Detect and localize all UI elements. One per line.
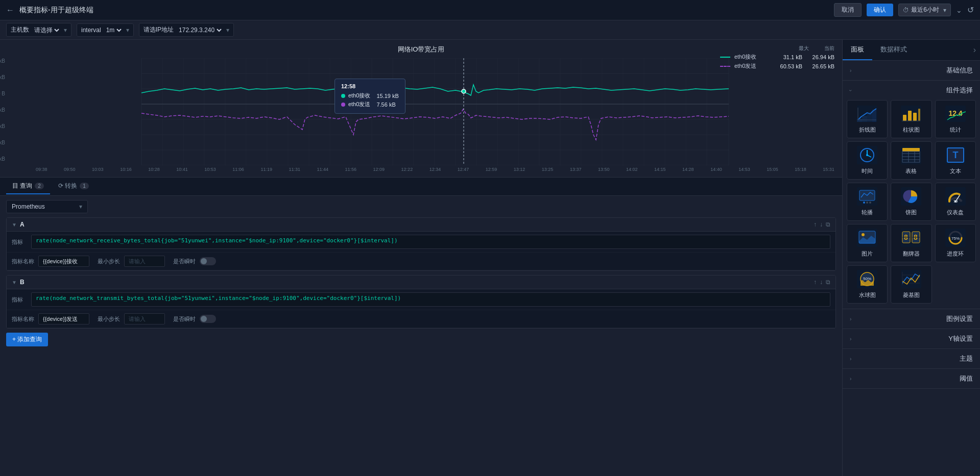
query-b-instant-knob (201, 316, 207, 322)
query-section-b-header[interactable]: ▼ B ↑ ↓ ⧉ (7, 275, 835, 289)
query-a-instant-toggle[interactable] (200, 257, 216, 265)
component-image[interactable]: 图片 (847, 224, 888, 262)
component-flip[interactable]: 8 8 翻牌器 (891, 224, 931, 262)
flip-label: 翻牌器 (903, 250, 920, 258)
clock-icon: ⏱ (903, 7, 909, 14)
legend-current-label: 当前 (824, 45, 834, 52)
toolbar: 主机数 请选择 ▾ interval 1m ▾ 请选IP地址 172.29.3.… (0, 20, 980, 40)
tab-query[interactable]: 目 查询 2 (6, 179, 50, 194)
svg-point-72 (866, 202, 868, 204)
component-line-chart[interactable]: 折线图 (847, 100, 888, 138)
query-b-alias-label: 指标名称 (12, 315, 34, 323)
query-a-metric-input[interactable]: rate(node_network_receive_bytes_total{jo… (31, 235, 830, 249)
section-component-header[interactable]: › 组件选择 (843, 81, 980, 100)
legend-max-label: 最大 (799, 45, 809, 52)
component-carousel[interactable]: 轮播 (847, 183, 888, 221)
section-yaxis-header[interactable]: › Y轴设置 (843, 329, 980, 348)
interval-selector[interactable]: interval 1m ▾ (77, 23, 134, 37)
component-scatter[interactable]: 菱基图 (891, 265, 931, 304)
section-threshold: › 阈值 (843, 369, 980, 389)
tab-query-badge: 2 (35, 183, 44, 189)
query-a-move-up-icon[interactable]: ↑ (814, 221, 817, 228)
x-label-25: 14:53 (738, 167, 750, 172)
query-a-instant-knob (201, 258, 207, 264)
query-a-alias-input[interactable] (38, 256, 89, 267)
y-label-6: -80.00 kB (0, 156, 5, 162)
component-label: 组件选择 (946, 86, 973, 95)
query-a-alias-label: 指标名称 (12, 258, 34, 265)
query-b-min-step-input[interactable] (124, 313, 165, 324)
interval-chevron-icon: ▾ (126, 27, 129, 34)
back-button[interactable]: ← (6, 6, 14, 15)
host-count-selector[interactable]: 主机数 请选择 ▾ (6, 23, 71, 37)
component-pie[interactable]: 饼图 (891, 183, 931, 221)
x-label-1: 09:50 (64, 167, 76, 172)
component-liquid[interactable]: 50% 水球图 (847, 265, 888, 304)
query-b-copy-icon[interactable]: ⧉ (826, 279, 830, 286)
section-legend-header[interactable]: › 图例设置 (843, 309, 980, 329)
confirm-button[interactable]: 确认 (867, 4, 893, 16)
component-text[interactable]: T 文本 (935, 141, 976, 180)
ip-select[interactable]: 172.29.3.240 (177, 26, 223, 34)
component-bar-chart[interactable]: 柱状图 (891, 100, 931, 138)
time-range-selector[interactable]: ⏱ 最近6小时 ▾ (898, 4, 951, 16)
component-grid: 折线图 (847, 100, 976, 304)
component-stat[interactable]: 12.4 统计 (935, 100, 976, 138)
cancel-button[interactable]: 取消 (834, 3, 862, 17)
x-label-10: 11:44 (317, 167, 328, 172)
query-a-copy-icon[interactable]: ⧉ (826, 221, 830, 228)
table-icon (901, 146, 921, 164)
datasource-select[interactable]: Prometheus ▾ (6, 200, 88, 213)
x-label-7: 11:06 (232, 167, 244, 172)
right-tab-data-style[interactable]: 数据样式 (872, 40, 915, 60)
query-b-instant-toggle[interactable] (200, 315, 216, 323)
component-table[interactable]: 表格 (891, 141, 931, 180)
component-gauge[interactable]: 79 仪表盘 (935, 183, 976, 221)
y-label-4: -40.00 kB (0, 123, 5, 129)
ip-selector[interactable]: 请选IP地址 172.29.3.240 ▾ (139, 23, 234, 37)
x-label-8: 11:19 (260, 167, 272, 172)
section-basic-info-header[interactable]: › 基础信息 (843, 61, 980, 80)
basic-info-label: 基础信息 (946, 66, 973, 75)
query-a-move-down-icon[interactable]: ↓ (820, 221, 823, 228)
right-tab-panel[interactable]: 面板 (843, 40, 872, 60)
tooltip-dot-receive (462, 89, 466, 93)
yaxis-caret-icon: › (850, 336, 851, 342)
svg-point-57 (866, 154, 868, 156)
collapse-b-icon: ▼ (12, 280, 17, 285)
x-label-23: 14:28 (682, 167, 694, 172)
component-progress-ring[interactable]: 75% 进度环 (935, 224, 976, 262)
x-label-9: 11:31 (289, 167, 300, 172)
svg-text:75%: 75% (951, 236, 960, 241)
legend-eth0-receive-line (720, 57, 730, 58)
section-theme-header[interactable]: › 主题 (843, 349, 980, 368)
section-basic-info: › 基础信息 (843, 61, 980, 81)
query-a-min-step-input[interactable] (124, 256, 165, 267)
query-b-instant-label: 是否瞬时 (173, 315, 196, 323)
section-theme: › 主题 (843, 349, 980, 369)
right-panel-expand-icon[interactable]: › (969, 45, 980, 55)
component-time[interactable]: 时间 (847, 141, 888, 180)
sync-icon[interactable]: ⌄ (956, 6, 962, 14)
host-select[interactable]: 请选择 (32, 26, 61, 34)
refresh-icon[interactable]: ↺ (967, 5, 974, 15)
query-b-metric-label: 指标 (12, 296, 27, 304)
interval-select[interactable]: 1m (104, 26, 123, 34)
query-b-move-down-icon[interactable]: ↓ (820, 279, 823, 286)
header-left: ← 概要指标-用于超级终端 (6, 6, 93, 15)
threshold-caret-icon: › (850, 376, 851, 382)
query-section-a-header[interactable]: ▼ A ↑ ↓ ⧉ (7, 218, 835, 232)
x-label-4: 10:28 (148, 167, 160, 172)
query-b-alias-input[interactable] (38, 313, 89, 324)
query-b-metric-input[interactable]: rate(node_network_transmit_bytes_total{j… (31, 292, 830, 307)
time-label: 时间 (862, 167, 873, 175)
chevron-down-icon: ▾ (943, 7, 946, 14)
x-label-12: 12:09 (373, 167, 385, 172)
section-threshold-header[interactable]: › 阈值 (843, 369, 980, 388)
chart-area: 网络IO带宽占用 最大 当前 eth0接收 31.1 kB 26.94 kB e… (0, 40, 842, 476)
page-title: 概要指标-用于超级终端 (19, 6, 93, 15)
query-a-instant-label: 是否瞬时 (173, 258, 196, 265)
tab-transform[interactable]: ⟳ 转换 1 (52, 179, 95, 194)
add-query-button[interactable]: + 添加查询 (6, 333, 48, 346)
query-b-move-up-icon[interactable]: ↑ (814, 279, 817, 286)
